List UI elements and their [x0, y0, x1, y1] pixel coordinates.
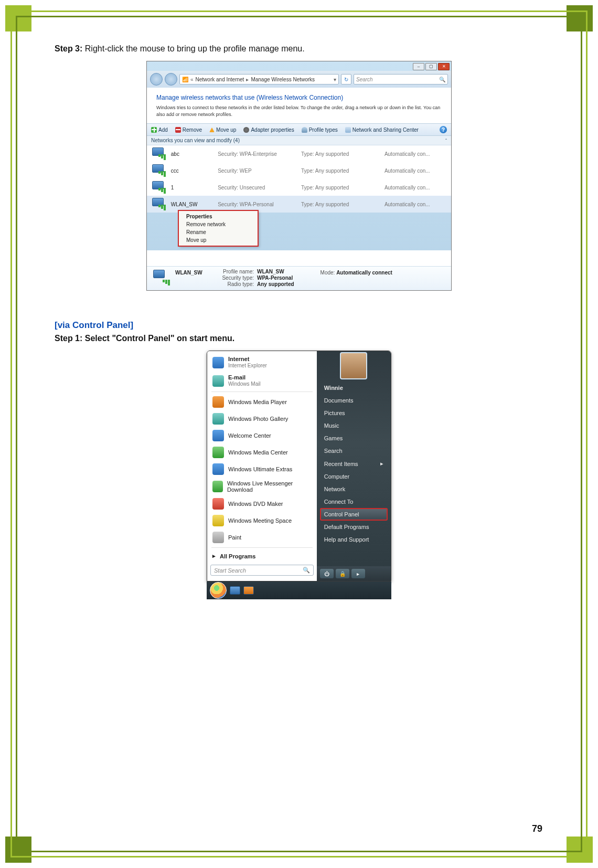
start-right-item[interactable]: Search — [317, 444, 391, 457]
details-pane: WLAN_SW Profile name: WLAN_SW Security t… — [147, 266, 451, 290]
ctx-properties[interactable]: Properties — [179, 213, 258, 220]
signal-icon: 📶 — [182, 77, 188, 82]
network-name: WLAN_SW — [171, 202, 212, 207]
toolbar-profile-label: Profile types — [309, 127, 338, 133]
network-icon — [151, 164, 166, 177]
start-right-item[interactable]: Music — [317, 419, 391, 432]
v-radio: Any supported — [257, 281, 294, 287]
start-right-item[interactable]: Help and Support — [317, 533, 391, 546]
screenshot-manage-wireless: – ▢ ✕ 📶 « Network and Internet ▸ Manage … — [146, 61, 452, 291]
network-row[interactable]: abcSecurity: WPA-EnterpriseType: Any sup… — [147, 145, 451, 162]
help-icon[interactable]: ? — [440, 126, 447, 133]
network-security: Security: WPA-Enterprise — [218, 151, 296, 157]
maximize-button[interactable]: ▢ — [425, 63, 437, 70]
chevron-right-icon: ▸ — [246, 77, 249, 82]
breadcrumb[interactable]: 📶 « Network and Internet ▸ Manage Wirele… — [179, 74, 339, 84]
start-left-item[interactable]: Windows Photo Gallery — [207, 410, 317, 427]
app-label: Windows Photo Gallery — [228, 416, 288, 422]
network-row[interactable]: 1Security: UnsecuredType: Any supportedA… — [147, 179, 451, 196]
toolbar-remove-label: Remove — [183, 127, 202, 133]
ctx-rename[interactable]: Rename — [179, 228, 258, 236]
toolbar-add[interactable]: Add — [151, 127, 168, 133]
step-3-text: Right-click the mouse to bring up the pr… — [82, 44, 304, 53]
power-button[interactable]: ⏻ — [320, 569, 334, 578]
group-header[interactable]: Networks you can view and modify (4) ˆ — [147, 136, 451, 145]
address-bar: 📶 « Network and Internet ▸ Manage Wirele… — [147, 71, 451, 88]
search-icon: 🔍 — [439, 77, 445, 82]
toolbar-center[interactable]: Network and Sharing Center — [345, 127, 419, 133]
nav-back-button[interactable] — [150, 73, 163, 86]
step-1-line: Step 1: Select "Control Panel" on start … — [55, 334, 546, 343]
minus-icon — [175, 127, 181, 133]
start-right-label: Default Programs — [324, 524, 369, 530]
start-left-item[interactable]: Paint — [207, 529, 317, 546]
start-right-item[interactable]: Pictures — [317, 407, 391, 419]
start-search-input[interactable]: Start Search 🔍 — [210, 565, 314, 576]
toolbar-center-label: Network and Sharing Center — [353, 127, 419, 133]
search-icon: 🔍 — [303, 567, 310, 574]
toolbar-moveup[interactable]: Move up — [209, 127, 236, 133]
start-right-item-control-panel[interactable]: Control Panel — [320, 508, 388, 521]
ctx-moveup[interactable]: Move up — [179, 236, 258, 244]
start-left-column: InternetInternet ExplorerE-mailWindows M… — [207, 351, 317, 581]
start-right-item[interactable]: Network — [317, 483, 391, 495]
breadcrumb-seg-1[interactable]: Network and Internet — [196, 77, 244, 82]
list-empty-space — [147, 250, 451, 266]
taskbar-icon[interactable] — [230, 586, 240, 595]
group-header-text: Networks you can view and modify (4) — [151, 137, 240, 143]
refresh-button[interactable]: ↻ — [341, 74, 351, 84]
shutdown-menu[interactable]: ▸ — [351, 569, 365, 578]
nav-forward-button[interactable] — [165, 73, 177, 86]
app-label: Windows DVD Maker — [228, 501, 283, 507]
all-programs[interactable]: ▸ All Programs — [207, 549, 317, 563]
plus-icon — [151, 127, 157, 133]
app-icon — [212, 375, 224, 387]
search-placeholder: Search — [356, 77, 373, 82]
ctx-remove[interactable]: Remove network — [179, 220, 258, 228]
start-right-label: Pictures — [324, 410, 345, 416]
k-security: Security type: — [207, 275, 254, 281]
network-list: abcSecurity: WPA-EnterpriseType: Any sup… — [147, 145, 451, 213]
toolbar-remove[interactable]: Remove — [175, 127, 202, 133]
breadcrumb-dropdown-icon[interactable]: ▾ — [334, 77, 336, 82]
network-row[interactable]: cccSecurity: WEPType: Any supportedAutom… — [147, 162, 451, 179]
start-right-item[interactable]: Recent Items▸ — [317, 457, 391, 470]
taskbar-icon[interactable] — [243, 586, 254, 595]
k-profile: Profile name: — [207, 269, 254, 274]
toolbar-profile[interactable]: Profile types — [302, 127, 338, 133]
start-left-item[interactable]: Welcome Center — [207, 427, 317, 444]
lock-button[interactable]: 🔒 — [336, 569, 349, 578]
network-type: Type: Any supported — [301, 202, 379, 207]
start-right-item[interactable]: Default Programs — [317, 521, 391, 533]
start-left-item[interactable]: Windows Live Messenger Download — [207, 478, 317, 495]
start-left-item[interactable]: Windows DVD Maker — [207, 495, 317, 512]
start-left-item[interactable]: Windows Media Center — [207, 444, 317, 461]
start-left-item[interactable]: E-mailWindows Mail — [207, 372, 317, 390]
start-right-label: Games — [324, 435, 343, 441]
k-mode: Mode: — [321, 270, 335, 276]
details-mode: Mode: Automatically connect — [321, 270, 392, 276]
search-input[interactable]: Search 🔍 — [354, 74, 448, 84]
power-tray: ⏻ 🔒 ▸ — [317, 566, 391, 581]
start-left-item[interactable]: Windows Media Player — [207, 394, 317, 410]
user-name-label: Winnie — [324, 385, 343, 391]
close-button[interactable]: ✕ — [438, 63, 450, 70]
start-right-item[interactable]: Connect To — [317, 495, 391, 508]
page-content: Step 3: Right-click the mouse to bring u… — [52, 37, 546, 831]
user-name[interactable]: Winnie — [317, 382, 391, 394]
breadcrumb-seg-2[interactable]: Manage Wireless Networks — [251, 77, 315, 82]
start-left-item[interactable]: Windows Meeting Space — [207, 512, 317, 529]
toolbar-adapter[interactable]: Adapter properties — [243, 127, 294, 133]
start-right-item[interactable]: Games — [317, 432, 391, 444]
app-label: InternetInternet Explorer — [228, 356, 267, 369]
start-panel: InternetInternet ExplorerE-mailWindows M… — [207, 351, 391, 581]
minimize-button[interactable]: – — [413, 63, 424, 70]
start-orb[interactable] — [210, 582, 227, 599]
network-type: Type: Any supported — [301, 168, 379, 174]
user-avatar[interactable] — [340, 352, 367, 379]
start-right-item[interactable]: Documents — [317, 394, 391, 407]
v-profile: WLAN_SW — [257, 269, 294, 274]
start-left-item[interactable]: Windows Ultimate Extras — [207, 461, 317, 478]
start-left-item[interactable]: InternetInternet Explorer — [207, 353, 317, 372]
start-right-item[interactable]: Computer — [317, 470, 391, 483]
